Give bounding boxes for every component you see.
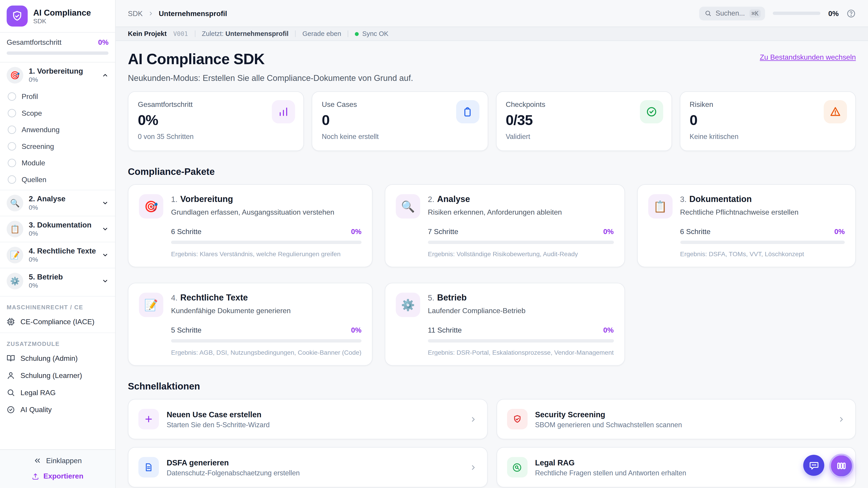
magnifier-emoji-icon: 🔍 xyxy=(396,194,420,219)
sidebar-item-ai-quality[interactable]: AI Quality xyxy=(0,401,115,418)
package-card-betrieb[interactable]: ⚙️ 5.Betrieb Laufender Compliance-Betrie… xyxy=(385,283,625,365)
stat-label: Use Cases xyxy=(322,100,478,108)
package-progress-bar xyxy=(171,240,362,244)
package-card-analyse[interactable]: 🔍 2.Analyse Risiken erkennen, Anforderun… xyxy=(385,184,625,267)
sidebar-group-analyse[interactable]: 🔍 2. Analyse 0% xyxy=(0,190,115,216)
sidebar-item-label: Scope xyxy=(22,109,42,117)
stat-label: Risiken xyxy=(690,100,846,108)
app-title: AI Compliance xyxy=(33,8,91,18)
divider xyxy=(348,31,348,37)
stat-sub: Noch keine erstellt xyxy=(322,133,478,140)
group-percent: 0% xyxy=(29,76,83,83)
sidebar-item-anwendung[interactable]: Anwendung xyxy=(0,121,115,138)
sidebar-item-schulung-admin[interactable]: Schulung (Admin) xyxy=(0,350,115,367)
search-icon xyxy=(6,388,15,397)
quick-action-dsfa-generieren[interactable]: DSFA generieren Datenschutz-Folgenabscha… xyxy=(128,447,488,488)
sidebar-item-scope[interactable]: Scope xyxy=(0,105,115,121)
quick-action-neuer-use-case[interactable]: Neuen Use Case erstellen Starten Sie den… xyxy=(128,399,488,440)
package-card-dokumentation[interactable]: 📋 3.Dokumentation Rechtliche Pflichtnach… xyxy=(637,184,856,267)
app-window: AI Compliance SDK Gesamtfortschritt 0% 🎯… xyxy=(0,0,868,488)
sidebar-item-label: AI Quality xyxy=(21,405,52,414)
quick-actions-grid: Neuen Use Case erstellen Starten Sie den… xyxy=(128,399,856,488)
sidebar-item-profil[interactable]: Profil xyxy=(0,88,115,104)
page-title: AI Compliance SDK xyxy=(128,51,413,68)
package-steps: 5 Schritte xyxy=(171,326,202,334)
package-card-rechtliche-texte[interactable]: 📝 4.Rechtliche Texte Kundenfähige Dokume… xyxy=(128,283,373,365)
package-result: Ergebnis: DSFA, TOMs, VVT, Löschkonzept xyxy=(680,251,845,257)
chat-bubble-button[interactable] xyxy=(803,455,824,476)
sidebar-item-quellen[interactable]: Quellen xyxy=(0,171,115,188)
kanban-board-button[interactable] xyxy=(829,454,854,478)
group-percent: 0% xyxy=(29,283,63,289)
package-title: Dokumentation xyxy=(689,194,752,204)
plus-icon xyxy=(138,409,159,429)
section-heading-pakete: Compliance-Pakete xyxy=(128,166,856,177)
project-name: Kein Projekt xyxy=(128,30,167,37)
export-button[interactable]: Exportieren xyxy=(32,472,84,480)
quick-action-title: Legal RAG xyxy=(535,458,686,467)
collapse-sidebar-button[interactable]: Einklappen xyxy=(33,456,82,465)
stat-value: 0/35 xyxy=(506,112,662,129)
package-progress-bar xyxy=(428,240,614,244)
sidebar-item-legal-rag[interactable]: Legal RAG xyxy=(0,384,115,401)
overall-progress-bar xyxy=(6,52,108,55)
app-subtitle: SDK xyxy=(33,18,91,24)
sidebar-item-label: CE-Compliance (IACE) xyxy=(21,318,94,326)
export-label: Exportieren xyxy=(43,472,84,480)
sidebar-group-vorbereitung[interactable]: 🎯 1. Vorbereitung 0% xyxy=(0,63,115,88)
package-result: Ergebnis: DSR-Portal, Eskalationsprozess… xyxy=(428,349,614,356)
package-steps: 6 Schritte xyxy=(680,228,711,236)
target-emoji-icon: 🎯 xyxy=(6,67,23,84)
stat-value: 0% xyxy=(138,112,294,129)
quick-action-legal-rag[interactable]: Legal RAG Rechtliche Fragen stellen und … xyxy=(496,447,856,488)
sidebar-item-schulung-learner[interactable]: Schulung (Learner) xyxy=(0,367,115,384)
chevron-right-icon xyxy=(148,10,154,16)
shield-check-icon xyxy=(6,5,28,26)
step-circle-icon xyxy=(8,159,16,167)
stat-card-use-cases: Use Cases 0 Noch keine erstellt xyxy=(312,91,488,151)
upload-icon xyxy=(32,472,39,480)
sync-status: Sync OK xyxy=(355,30,389,37)
sidebar-item-module[interactable]: Module xyxy=(0,154,115,171)
stat-sub: 0 von 35 Schritten xyxy=(138,133,294,140)
search-placeholder: Suchen... xyxy=(716,9,745,17)
columns-icon xyxy=(836,460,847,471)
package-result: Ergebnis: AGB, DSI, Nutzungsbedingungen,… xyxy=(171,349,362,356)
package-progress-bar xyxy=(171,339,362,343)
sidebar-item-screening[interactable]: Screening xyxy=(0,138,115,154)
switch-mode-link[interactable]: Zu Bestandskunden wechseln xyxy=(760,53,856,61)
quick-action-subtitle: SBOM generieren und Schwachstellen scann… xyxy=(535,421,682,428)
stat-value: 0 xyxy=(322,112,478,129)
sidebar-item-ce-compliance[interactable]: CE-Compliance (IACE) xyxy=(0,313,115,330)
sidebar-item-label: Schulung (Learner) xyxy=(21,371,82,380)
magnifier-emoji-icon: 🔍 xyxy=(6,195,23,211)
breadcrumb-root[interactable]: SDK xyxy=(128,9,143,18)
page-header: AI Compliance SDK Neukunden-Modus: Erste… xyxy=(128,51,856,83)
step-circle-icon xyxy=(8,125,16,134)
group-label: 3. Dokumentation xyxy=(29,221,91,229)
package-title: Betrieb xyxy=(437,293,467,302)
package-result: Ergebnis: Vollständige Risikobewertung, … xyxy=(428,251,614,257)
breadcrumb-current: Unternehmensprofil xyxy=(159,9,227,18)
sidebar-item-label: Anwendung xyxy=(22,125,60,134)
quick-action-security-screening[interactable]: Security Screening SBOM generieren und S… xyxy=(496,399,856,440)
stat-sub: Keine kritischen xyxy=(690,133,846,140)
overall-progress-label: Gesamtfortschritt xyxy=(6,38,61,46)
package-description: Kundenfähige Dokumente generieren xyxy=(171,306,291,315)
package-card-vorbereitung[interactable]: 🎯 1.Vorbereitung Grundlagen erfassen, Au… xyxy=(128,184,373,267)
user-icon xyxy=(6,371,15,380)
check-circle-icon xyxy=(640,100,663,123)
sidebar-group-rechtliche-texte[interactable]: 📝 4. Rechtliche Texte 0% xyxy=(0,242,115,268)
search-button[interactable]: Suchen... ⌘K xyxy=(699,6,765,20)
package-title: Rechtliche Texte xyxy=(180,293,248,302)
divider xyxy=(295,31,296,37)
sidebar-group-dokumentation[interactable]: 📋 3. Dokumentation 0% xyxy=(0,216,115,242)
gear-emoji-icon: ⚙️ xyxy=(6,273,23,289)
search-circle-icon xyxy=(507,457,527,478)
quick-action-subtitle: Rechtliche Fragen stellen und Antworten … xyxy=(535,469,686,477)
sidebar-group-betrieb[interactable]: ⚙️ 5. Betrieb 0% xyxy=(0,268,115,294)
chevron-down-icon xyxy=(102,200,108,206)
book-open-icon xyxy=(6,354,15,362)
package-progress-bar xyxy=(680,240,845,244)
help-icon[interactable] xyxy=(846,8,856,18)
